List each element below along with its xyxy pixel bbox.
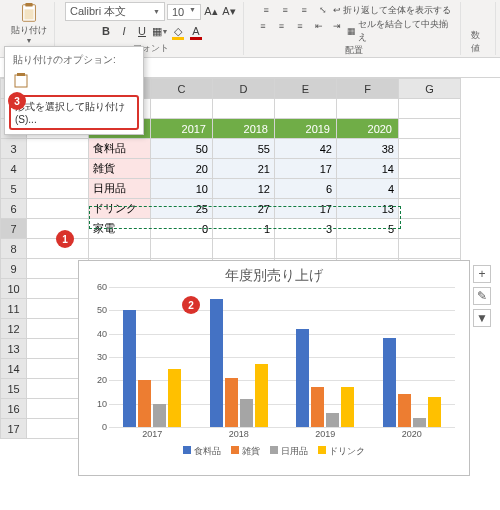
callout-badge-1: 1 bbox=[56, 230, 74, 248]
paste-label: 貼り付け bbox=[11, 24, 47, 37]
merge-center-button[interactable]: ▦ セルを結合して中央揃え bbox=[347, 18, 454, 44]
col-header[interactable]: E bbox=[275, 79, 337, 99]
number-group: 数値 bbox=[465, 2, 496, 55]
paste-options-menu: 貼り付けのオプション: 形式を選択して貼り付け(S)... bbox=[4, 46, 144, 135]
italic-button[interactable]: I bbox=[116, 23, 132, 39]
chart-filter-button[interactable]: ▼ bbox=[473, 309, 491, 327]
paste-menu-title: 貼り付けのオプション: bbox=[9, 51, 139, 69]
col-header[interactable]: F bbox=[337, 79, 399, 99]
align-right-button[interactable]: ≡ bbox=[291, 18, 309, 34]
x-axis: 2017201820192020 bbox=[109, 429, 455, 439]
chevron-down-icon: ▼ bbox=[26, 37, 33, 44]
number-group-label: 数値 bbox=[471, 29, 489, 55]
chart-bars bbox=[109, 287, 455, 427]
bold-button[interactable]: B bbox=[98, 23, 114, 39]
y-axis: 0102030405060 bbox=[85, 287, 107, 427]
svg-rect-4 bbox=[17, 73, 25, 76]
chart-side-buttons: + ✎ ▼ bbox=[473, 265, 491, 327]
alignment-group: ≡ ≡ ≡ ⤡ ↩ 折り返して全体を表示する ≡ ≡ ≡ ⇤ ⇥ ▦ セルを結合… bbox=[248, 2, 461, 55]
col-header[interactable]: D bbox=[213, 79, 275, 99]
border-button[interactable]: ▦▼ bbox=[152, 23, 168, 39]
chart-elements-button[interactable]: + bbox=[473, 265, 491, 283]
font-size-select[interactable]: 10▼ bbox=[167, 4, 201, 20]
alignment-group-label: 配置 bbox=[345, 44, 363, 57]
paste-option-icon[interactable] bbox=[11, 71, 31, 91]
paste-special-button[interactable]: 形式を選択して貼り付け(S)... bbox=[9, 95, 139, 130]
indent-dec-button[interactable]: ⇤ bbox=[310, 18, 328, 34]
callout-badge-3: 3 bbox=[8, 92, 26, 110]
svg-rect-2 bbox=[24, 9, 33, 19]
embedded-chart[interactable]: 年度別売り上げ 0102030405060 2017201820192020 食… bbox=[78, 260, 470, 476]
col-header[interactable]: C bbox=[151, 79, 213, 99]
decrease-font-button[interactable]: A▾ bbox=[221, 4, 237, 20]
align-center-button[interactable]: ≡ bbox=[273, 18, 291, 34]
underline-button[interactable]: U bbox=[134, 23, 150, 39]
chart-plot-area[interactable]: 0102030405060 bbox=[109, 287, 455, 427]
clipboard-icon bbox=[18, 2, 40, 24]
increase-font-button[interactable]: A▴ bbox=[203, 4, 219, 20]
indent-inc-button[interactable]: ⇥ bbox=[328, 18, 346, 34]
orientation-button[interactable]: ⤡ bbox=[314, 2, 332, 18]
fill-color-button[interactable]: ◇ bbox=[170, 23, 186, 39]
chart-styles-button[interactable]: ✎ bbox=[473, 287, 491, 305]
font-name-select[interactable]: Calibri 本文▼ bbox=[65, 2, 165, 21]
align-top-button[interactable]: ≡ bbox=[257, 2, 275, 18]
chart-legend[interactable]: 食料品雑貨日用品ドリンク bbox=[79, 439, 469, 464]
wrap-text-button[interactable]: ↩ 折り返して全体を表示する bbox=[333, 2, 451, 18]
align-bottom-button[interactable]: ≡ bbox=[295, 2, 313, 18]
align-left-button[interactable]: ≡ bbox=[254, 18, 272, 34]
align-middle-button[interactable]: ≡ bbox=[276, 2, 294, 18]
svg-rect-3 bbox=[15, 75, 27, 87]
svg-rect-1 bbox=[25, 3, 32, 7]
font-color-button[interactable]: A bbox=[188, 23, 204, 39]
callout-badge-2: 2 bbox=[182, 296, 200, 314]
col-header[interactable]: G bbox=[399, 79, 461, 99]
chart-title[interactable]: 年度別売り上げ bbox=[79, 261, 469, 287]
paste-button[interactable]: 貼り付け ▼ bbox=[10, 2, 48, 44]
